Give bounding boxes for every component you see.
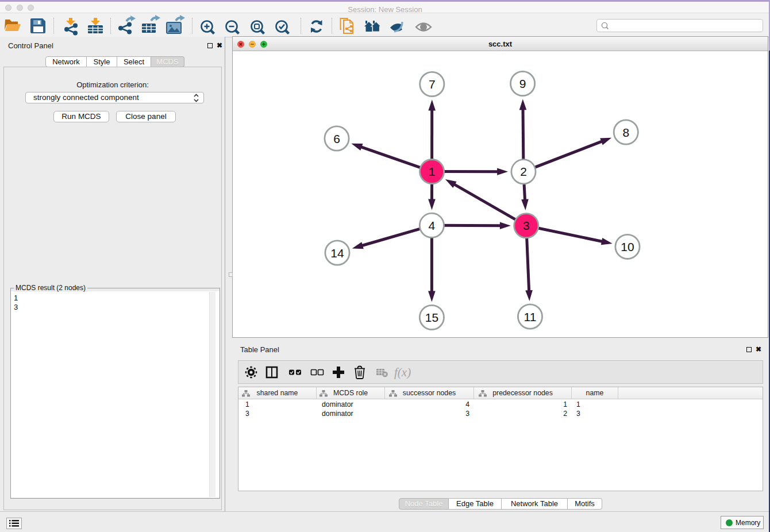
svg-text:2: 2	[520, 165, 527, 178]
svg-text:3: 3	[523, 219, 530, 232]
svg-text:7: 7	[429, 78, 436, 91]
svg-text:11: 11	[524, 310, 537, 323]
svg-text:6: 6	[333, 132, 340, 145]
svg-text:10: 10	[621, 240, 634, 253]
svg-text:8: 8	[622, 126, 629, 139]
svg-text:f(x): f(x)	[394, 365, 411, 379]
svg-text:15: 15	[425, 311, 438, 324]
svg-text:14: 14	[330, 246, 344, 260]
svg-text:4: 4	[429, 219, 436, 232]
svg-text:1: 1	[429, 165, 436, 178]
svg-text:9: 9	[519, 77, 526, 90]
